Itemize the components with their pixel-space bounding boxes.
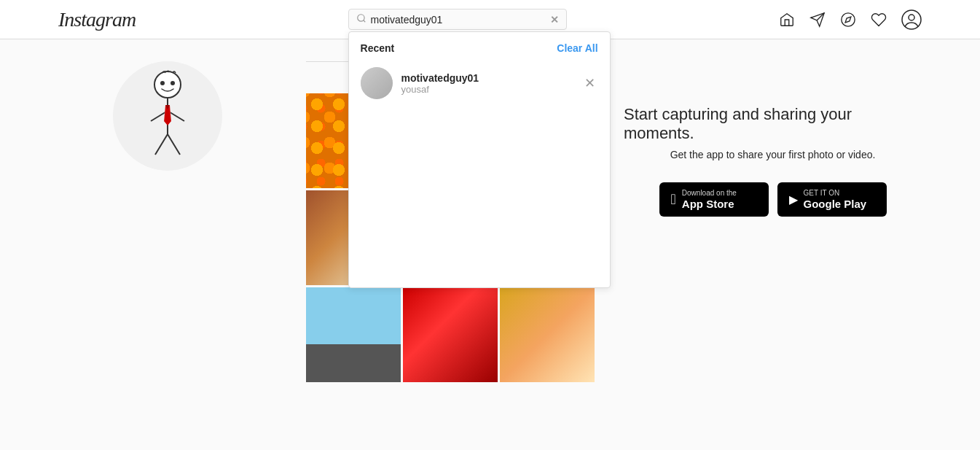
google-play-button[interactable]: ▶ GET IT ON Google Play [777, 182, 887, 217]
send-icon[interactable] [810, 12, 826, 28]
instagram-logo: Instagram [58, 8, 136, 31]
svg-point-9 [160, 81, 165, 85]
google-play-text: GET IT ON Google Play [804, 190, 867, 209]
photo-cell[interactable] [403, 287, 498, 382]
apple-icon:  [671, 191, 676, 208]
svg-line-16 [168, 134, 180, 155]
google-play-icon: ▶ [789, 193, 798, 206]
app-store-text: Download on the App Store [682, 190, 737, 209]
svg-marker-5 [845, 17, 851, 23]
explore-icon[interactable] [840, 12, 856, 28]
svg-line-15 [155, 134, 168, 155]
google-play-label: Google Play [804, 198, 867, 209]
search-clear-icon[interactable]: ✕ [550, 14, 559, 26]
clear-all-button[interactable]: Clear All [557, 42, 597, 54]
svg-point-10 [170, 81, 175, 85]
svg-point-7 [909, 15, 914, 20]
search-dropdown: Recent Clear All motivatedguy01 yousaf ✕ [348, 31, 611, 288]
app-buttons:  Download on the App Store ▶ GET IT ON … [659, 182, 887, 217]
recent-search-item[interactable]: motivatedguy01 yousaf ✕ [349, 61, 610, 105]
profile-avatar [113, 61, 222, 171]
promo-headline: Start capturing and sharing your moments… [624, 105, 922, 143]
recent-info: motivatedguy01 yousaf [401, 72, 581, 95]
photo-cell[interactable] [306, 287, 401, 382]
right-panel: Start capturing and sharing your moments… [624, 61, 922, 382]
search-input[interactable] [371, 14, 550, 26]
photo-cell[interactable] [500, 287, 595, 382]
header: Instagram ✕ Recent Clear All motiv [0, 0, 980, 39]
promo-subtext: Get the app to share your first photo or… [670, 149, 876, 160]
recent-username: motivatedguy01 [401, 72, 581, 84]
stick-figure-image [128, 69, 208, 163]
google-play-pre-label: GET IT ON [804, 190, 867, 197]
search-container: ✕ Recent Clear All motivatedguy01 yousaf… [348, 9, 567, 30]
avatar-image [361, 67, 393, 99]
svg-line-1 [363, 20, 365, 23]
recent-display-name: yousaf [401, 84, 581, 95]
dropdown-title: Recent [361, 42, 395, 54]
app-store-pre-label: Download on the [682, 190, 737, 197]
svg-point-4 [842, 12, 855, 26]
search-box: ✕ [348, 9, 567, 30]
svg-point-8 [154, 71, 181, 98]
nav-icons [779, 9, 922, 30]
app-store-label: App Store [682, 198, 737, 209]
dropdown-header: Recent Clear All [349, 32, 610, 61]
svg-point-0 [357, 15, 364, 21]
heart-icon[interactable] [871, 12, 887, 28]
profile-section [58, 61, 277, 382]
app-store-button[interactable]:  Download on the App Store [659, 182, 769, 217]
dropdown-empty [349, 105, 610, 287]
home-icon[interactable] [779, 12, 795, 28]
remove-recent-icon[interactable]: ✕ [581, 74, 598, 93]
profile-icon[interactable] [901, 9, 922, 30]
search-icon [356, 13, 366, 26]
avatar [361, 67, 393, 99]
